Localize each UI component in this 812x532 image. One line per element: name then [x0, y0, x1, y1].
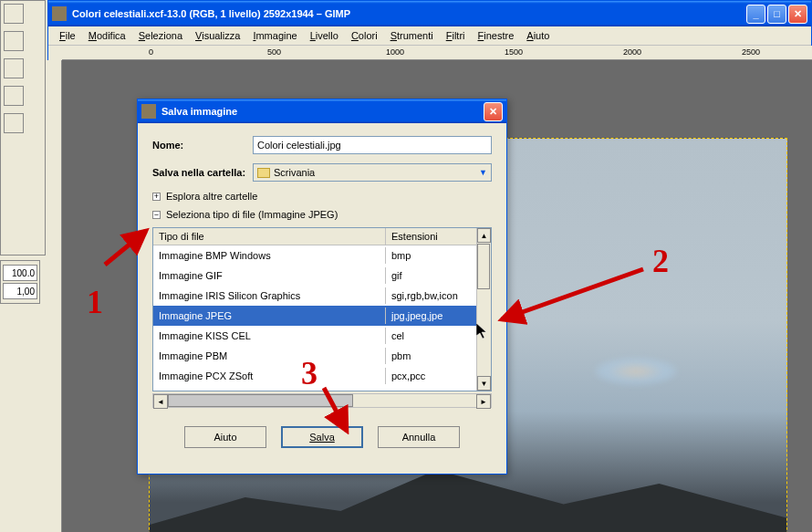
file-type-name: Immagine IRIS Silicon Graphics: [153, 287, 386, 304]
menu-seleziona[interactable]: Seleziona: [133, 28, 188, 43]
help-button[interactable]: Aiuto: [184, 426, 266, 448]
menubar: FileModificaSelezionaVisualizzaImmagineL…: [48, 26, 811, 46]
horizontal-scrollbar[interactable]: ◄ ►: [152, 393, 492, 408]
expand-other-label: Esplora altre cartelle: [166, 191, 257, 202]
option-value-input[interactable]: [3, 283, 37, 299]
file-type-name: Immagine BMP Windows: [153, 247, 386, 264]
scroll-down-icon[interactable]: ▼: [477, 376, 491, 391]
folder-value: Scrivania: [274, 167, 315, 178]
folder-select[interactable]: Scrivania ▼: [253, 163, 492, 182]
file-type-name: Immagine JPEG: [153, 308, 386, 324]
expand-file-type[interactable]: − Seleziona tipo di file (Immagine JPEG): [152, 209, 492, 220]
cancel-button[interactable]: Annulla: [378, 426, 460, 448]
file-type-ext: jpg,jpeg,jpe: [386, 308, 476, 324]
file-type-ext: cel: [386, 328, 476, 344]
menu-finestre[interactable]: Finestre: [473, 28, 520, 43]
file-list-header: Tipo di file Estensioni: [153, 228, 476, 245]
scroll-left-icon[interactable]: ◄: [153, 394, 168, 409]
menu-file[interactable]: File: [54, 28, 81, 43]
menu-colori[interactable]: Colori: [346, 28, 383, 43]
menu-aiuto[interactable]: Aiuto: [521, 28, 555, 43]
menu-filtri[interactable]: Filtri: [441, 28, 471, 43]
plus-icon: +: [152, 193, 161, 201]
image-detail: [595, 358, 677, 385]
file-type-name: Immagine KISS CEL: [153, 328, 386, 344]
folder-icon: [257, 168, 270, 178]
maximize-button[interactable]: □: [767, 5, 786, 24]
menu-immagine[interactable]: Immagine: [247, 28, 302, 43]
file-type-row[interactable]: Immagine PBMpbm: [153, 346, 476, 366]
menu-livello[interactable]: Livello: [305, 28, 344, 43]
save-dialog: Salva immagine ✕ Nome: Salva nella carte…: [137, 99, 507, 475]
menu-strumenti[interactable]: Strumenti: [385, 28, 439, 43]
tool-icon[interactable]: [4, 4, 24, 24]
file-type-list: Tipo di file Estensioni Immagine BMP Win…: [152, 227, 492, 391]
scroll-thumb[interactable]: [477, 244, 490, 289]
file-type-ext: gif: [386, 267, 476, 284]
menu-visualizza[interactable]: Visualizza: [190, 28, 245, 43]
file-type-name: Immagine PBM: [153, 348, 386, 364]
expand-other-folders[interactable]: + Esplora altre cartelle: [152, 191, 492, 202]
window-title: Colori celestiali.xcf-13.0 (RGB, 1 livel…: [72, 8, 746, 19]
file-type-row[interactable]: Immagine PCX ZSoftpcx,pcc: [153, 366, 476, 386]
tool-icon[interactable]: [4, 86, 24, 106]
file-type-name: Immagine PCX ZSoft: [153, 368, 386, 384]
ruler-mark: 0: [149, 47, 153, 57]
save-button[interactable]: Salva: [281, 426, 363, 448]
file-type-name: Immagine GIF: [153, 267, 386, 284]
gimp-icon: [141, 104, 156, 119]
dialog-title: Salva immagine: [161, 106, 484, 117]
file-type-ext: pcx,pcc: [386, 368, 476, 384]
menu-modifica[interactable]: Modifica: [83, 28, 131, 43]
option-value-input[interactable]: [3, 265, 37, 281]
ruler-mark: 1000: [386, 47, 404, 57]
scroll-up-icon[interactable]: ▲: [477, 228, 491, 243]
column-type[interactable]: Tipo di file: [153, 228, 386, 245]
file-type-row[interactable]: Immagine BMP Windowsbmp: [153, 245, 476, 266]
toolbox-panel: [0, 0, 46, 256]
vertical-ruler: [47, 60, 62, 532]
minus-icon: −: [152, 211, 161, 219]
expand-filetype-label: Seleziona tipo di file (Immagine JPEG): [166, 209, 338, 220]
file-type-row[interactable]: Immagine KISS CELcel: [153, 326, 476, 346]
ruler-mark: 500: [267, 47, 281, 57]
close-button[interactable]: ✕: [788, 5, 807, 24]
name-label: Nome:: [152, 140, 253, 151]
dialog-close-button[interactable]: ✕: [484, 102, 503, 121]
chevron-down-icon: ▼: [479, 168, 487, 177]
scroll-thumb[interactable]: [168, 394, 353, 407]
tool-icon[interactable]: [4, 58, 24, 78]
tool-icon[interactable]: [4, 113, 24, 133]
folder-label: Salva nella cartella:: [152, 167, 253, 178]
vertical-scrollbar[interactable]: ▲ ▼: [476, 228, 491, 391]
file-type-ext: pbm: [386, 348, 476, 364]
file-type-row[interactable]: Immagine GIFgif: [153, 266, 476, 286]
main-titlebar: Colori celestiali.xcf-13.0 (RGB, 1 livel…: [48, 1, 811, 26]
ruler-mark: 2500: [742, 47, 760, 57]
file-type-ext: sgi,rgb,bw,icon: [386, 287, 476, 304]
tool-icon[interactable]: [4, 31, 24, 51]
gimp-icon: [52, 6, 67, 21]
dialog-titlebar: Salva immagine ✕: [138, 99, 506, 123]
filename-input[interactable]: [253, 136, 492, 154]
file-type-row[interactable]: Immagine IRIS Silicon Graphicssgi,rgb,bw…: [153, 286, 476, 306]
column-ext[interactable]: Estensioni: [386, 228, 476, 245]
tool-options-panel: [0, 260, 40, 304]
ruler-mark: 1500: [505, 47, 523, 57]
scroll-right-icon[interactable]: ►: [476, 394, 491, 409]
minimize-button[interactable]: _: [746, 5, 765, 24]
file-type-ext: bmp: [386, 247, 476, 264]
file-type-row[interactable]: Immagine JPEGjpg,jpeg,jpe: [153, 306, 476, 326]
horizontal-ruler: 05001000150020002500: [62, 46, 812, 60]
ruler-mark: 2000: [623, 47, 641, 57]
